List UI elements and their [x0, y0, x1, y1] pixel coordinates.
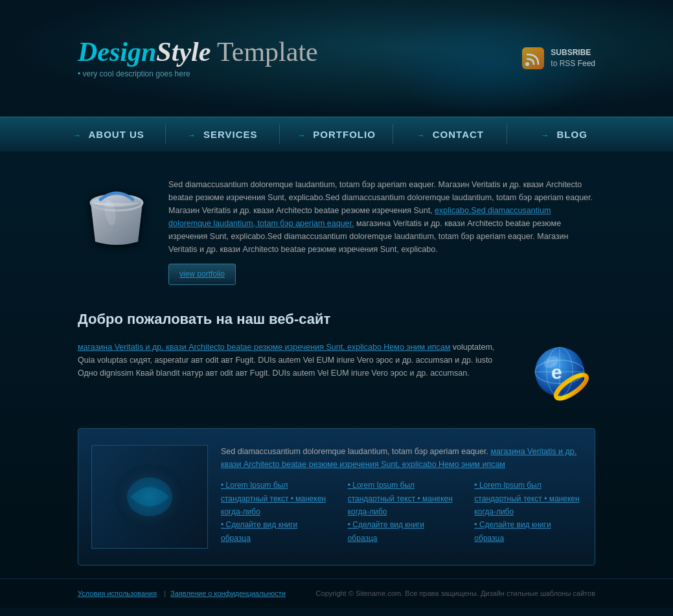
- rss-sub: to RSS Feed: [551, 59, 595, 68]
- footer: Условия использования | Заявление о конф…: [0, 578, 673, 608]
- svg-rect-0: [522, 47, 544, 69]
- rss-area[interactable]: SUBSRIBE to RSS Feed: [521, 46, 595, 71]
- logo-desc: very cool description goes here: [78, 69, 318, 78]
- header: DesignStyle Template very cool descripti…: [0, 0, 673, 117]
- card-list-3: Lorem Ipsum был стандартный текст • мане…: [474, 479, 582, 545]
- nav-arrow-services: →: [188, 131, 196, 140]
- nav-link-portfolio[interactable]: → PORTFOLIO: [280, 117, 394, 152]
- intro-text: Sed diamaccusantium doloremque laudantiu…: [168, 178, 595, 285]
- svg-point-1: [525, 62, 529, 66]
- nav-arrow-contact: →: [417, 131, 426, 140]
- footer-links: Условия использования | Заявление о конф…: [78, 589, 288, 597]
- footer-copyright: Copyright © Sitename.com. Все права защи…: [316, 589, 595, 597]
- welcome-title: Добро пожаловать на наш веб-сайт: [78, 311, 595, 328]
- section-intro: Sed diamaccusantium doloremque laudantiu…: [78, 165, 595, 298]
- footer-link-privacy[interactable]: Заявление о конфиденциальности: [170, 589, 286, 597]
- nav-list: → ABOUT US → SERVICES → PORTFOLIO → CONT…: [52, 117, 621, 152]
- footer-link-terms[interactable]: Условия использования: [78, 589, 157, 597]
- logo-area: DesignStyle Template very cool descripti…: [78, 38, 318, 78]
- navbar: → ABOUT US → SERVICES → PORTFOLIO → CONT…: [0, 117, 673, 152]
- view-portfolio-button[interactable]: view portfolio: [168, 264, 236, 285]
- bucket-icon: [81, 180, 152, 255]
- card-list-3-item-2[interactable]: Сделайте вид книги образца: [474, 518, 582, 545]
- card-section: Sed diamaccusantium doloremque laudantiu…: [78, 428, 595, 565]
- nav-item-portfolio: → PORTFOLIO: [280, 117, 394, 152]
- card-list-1: Lorem Ipsum был стандартный текст • мане…: [221, 479, 328, 545]
- nav-link-blog[interactable]: → BLOG: [507, 117, 621, 152]
- welcome-content: магазина Veritatis и др. квази Architect…: [78, 341, 595, 405]
- card-placeholder-icon: [104, 455, 195, 539]
- nav-link-services[interactable]: → SERVICES: [166, 117, 280, 152]
- rss-icon: [521, 46, 545, 71]
- card-image: [91, 445, 208, 549]
- nav-arrow-portfolio: →: [297, 131, 306, 140]
- card-list-2-item-2[interactable]: Сделайте вид книги образца: [348, 518, 455, 545]
- welcome-text: магазина Veritatis и др. квази Architect…: [78, 341, 511, 380]
- rss-text: SUBSRIBE to RSS Feed: [551, 47, 595, 69]
- card-content: Sed diamaccusantium doloremque laudantiu…: [221, 445, 582, 549]
- welcome-section: Добро пожаловать на наш веб-сайт магазин…: [78, 298, 595, 415]
- card-list-1-item-1[interactable]: Lorem Ipsum был стандартный текст • мане…: [221, 479, 328, 518]
- nav-link-about[interactable]: → ABOUT US: [52, 117, 166, 152]
- card-list-2: Lorem Ipsum был стандартный текст • мане…: [348, 479, 455, 545]
- card-list-3-item-1[interactable]: Lorem Ipsum был стандартный текст • мане…: [474, 479, 582, 518]
- welcome-link[interactable]: магазина Veritatis и др. квази Architect…: [78, 343, 450, 352]
- nav-link-contact[interactable]: → CONTACT: [393, 117, 507, 152]
- nav-arrow-blog: →: [541, 131, 549, 140]
- footer-separator: |: [164, 589, 166, 597]
- logo-template: Template: [211, 37, 317, 67]
- logo-design: Design: [78, 37, 156, 67]
- nav-item-blog: → BLOG: [507, 117, 621, 152]
- svg-text:e: e: [551, 361, 562, 383]
- card-text: Sed diamaccusantium doloremque laudantiu…: [221, 445, 582, 471]
- logo-style: Style: [156, 37, 211, 67]
- card-list-1-item-2[interactable]: Сделайте вид книги образца: [221, 518, 328, 545]
- ie-logo: e: [524, 341, 595, 405]
- nav-item-about: → ABOUT US: [52, 117, 166, 152]
- nav-item-services: → SERVICES: [166, 117, 280, 152]
- card-list-2-item-1[interactable]: Lorem Ipsum был стандартный текст • мане…: [348, 479, 455, 518]
- nav-item-contact: → CONTACT: [393, 117, 507, 152]
- logo-title: DesignStyle Template: [78, 38, 318, 65]
- card-lists: Lorem Ipsum был стандартный текст • мане…: [221, 479, 582, 545]
- rss-label: SUBSRIBE: [551, 48, 591, 57]
- main-content: Sed diamaccusantium doloremque laudantiu…: [0, 152, 673, 578]
- bucket-image: [78, 178, 155, 256]
- ie-icon: e: [527, 343, 592, 404]
- nav-arrow-about: →: [73, 131, 82, 140]
